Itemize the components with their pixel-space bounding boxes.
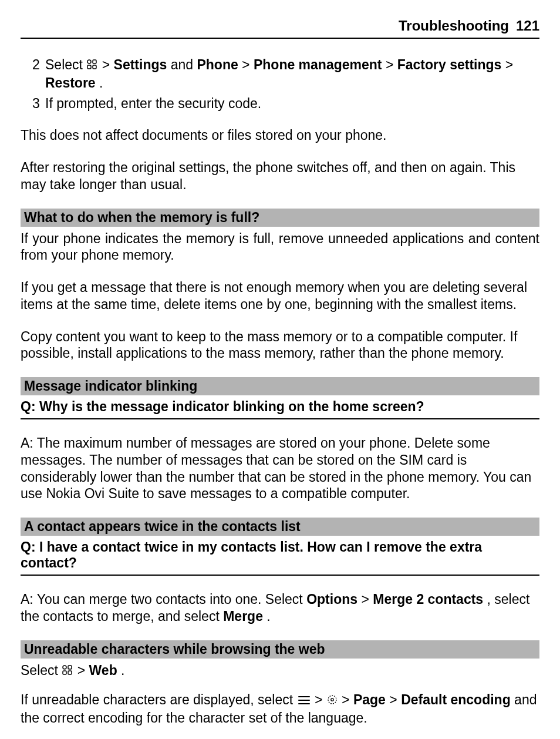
text: . bbox=[266, 609, 270, 624]
text: > bbox=[505, 57, 513, 72]
svg-point-11 bbox=[328, 696, 336, 704]
svg-rect-6 bbox=[63, 671, 66, 674]
apps-grid-icon bbox=[62, 663, 73, 680]
paragraph: Copy content you want to keep to the mas… bbox=[21, 328, 539, 362]
bold-text: Phone management bbox=[254, 57, 382, 72]
step-body: If prompted, enter the security code. bbox=[45, 95, 539, 112]
text: and bbox=[171, 57, 197, 72]
paragraph: This does not affect documents or files … bbox=[21, 127, 539, 144]
text: > bbox=[242, 57, 254, 72]
header-page-number: 121 bbox=[516, 18, 539, 33]
step-number: 3 bbox=[21, 95, 45, 112]
step-row: 3 If prompted, enter the security code. bbox=[21, 95, 539, 112]
bold-text: Merge 2 contacts bbox=[373, 592, 483, 607]
text: Select bbox=[45, 57, 86, 72]
text: > bbox=[315, 692, 326, 707]
apps-grid-icon bbox=[86, 58, 98, 75]
bold-text: Phone bbox=[197, 57, 238, 72]
menu-lines-icon bbox=[297, 693, 311, 710]
text: If unreadable characters are displayed, … bbox=[21, 692, 297, 707]
header-section: Troubleshooting bbox=[399, 18, 509, 33]
step-number: 2 bbox=[21, 56, 45, 92]
step-body: Select > Settings and Phone > Phone mana… bbox=[45, 56, 539, 92]
svg-rect-1 bbox=[93, 60, 96, 63]
paragraph: If your phone indicates the memory is fu… bbox=[21, 230, 539, 264]
svg-rect-5 bbox=[68, 666, 72, 669]
step-list: 2 Select > Settings and Phone > Ph bbox=[21, 56, 539, 112]
bold-text: Merge bbox=[223, 609, 263, 624]
text: > bbox=[102, 57, 114, 72]
bold-text: Web bbox=[89, 663, 117, 678]
svg-point-4 bbox=[63, 666, 66, 669]
paragraph: A: You can merge two contacts into one. … bbox=[21, 591, 539, 625]
question-heading: Q: Why is the message indicator blinking… bbox=[21, 399, 539, 419]
text: A: You can merge two contacts into one. … bbox=[21, 592, 306, 607]
settings-gear-icon bbox=[326, 693, 338, 710]
paragraph: Select > Web . bbox=[21, 662, 539, 680]
text: . bbox=[121, 663, 124, 678]
paragraph: If unreadable characters are displayed, … bbox=[21, 691, 539, 727]
bold-text: Settings bbox=[114, 57, 167, 72]
paragraph: If you get a message that there is not e… bbox=[21, 279, 539, 313]
svg-point-12 bbox=[331, 698, 333, 701]
bold-text: Page bbox=[353, 692, 386, 707]
question-heading: Q: I have a contact twice in my contacts… bbox=[21, 539, 539, 576]
svg-rect-7 bbox=[68, 671, 72, 674]
svg-rect-3 bbox=[93, 65, 96, 69]
paragraph: A: The maximum number of messages are st… bbox=[21, 435, 539, 502]
section-title: Unreadable characters while browsing the… bbox=[21, 640, 539, 659]
text: . bbox=[99, 75, 103, 90]
svg-point-0 bbox=[87, 60, 91, 63]
bold-text: Options bbox=[306, 592, 357, 607]
bold-text: Default encoding bbox=[401, 692, 511, 707]
text: > bbox=[77, 663, 89, 678]
bold-text: Factory settings bbox=[397, 57, 502, 72]
step-row: 2 Select > Settings and Phone > Ph bbox=[21, 56, 539, 92]
text: > bbox=[361, 592, 373, 607]
text: > bbox=[389, 692, 401, 707]
text: > bbox=[342, 692, 353, 707]
section-title: What to do when the memory is full? bbox=[21, 209, 539, 227]
section-title: Message indicator blinking bbox=[21, 377, 539, 395]
text: > bbox=[386, 57, 397, 72]
page-container: Troubleshooting121 2 Select > Settings a bbox=[0, 0, 560, 739]
text: Select bbox=[21, 663, 62, 678]
svg-rect-2 bbox=[87, 65, 91, 69]
section-title: A contact appears twice in the contacts … bbox=[21, 518, 539, 536]
running-header: Troubleshooting121 bbox=[21, 18, 539, 39]
paragraph: After restoring the original settings, t… bbox=[21, 159, 539, 193]
bold-text: Restore bbox=[45, 75, 96, 90]
